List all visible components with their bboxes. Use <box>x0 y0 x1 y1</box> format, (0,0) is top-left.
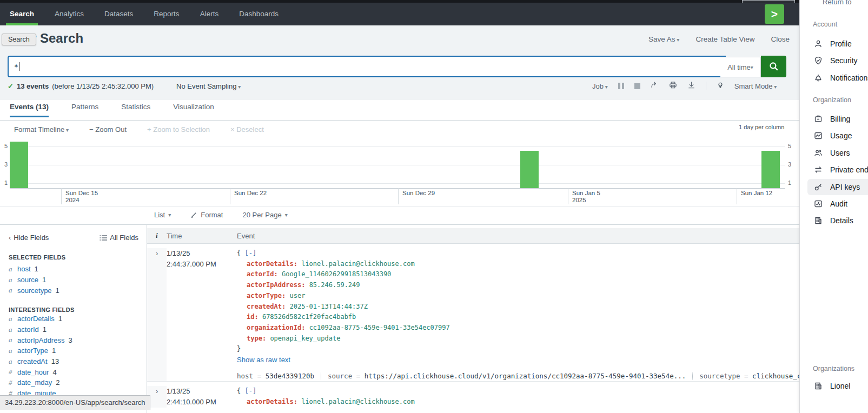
share-icon[interactable] <box>651 81 659 91</box>
field-type-prefix: # <box>9 378 14 387</box>
json-key[interactable]: actorIpAddress <box>247 281 301 289</box>
collapse-toggle[interactable]: [-] <box>244 249 256 257</box>
close-button[interactable]: Close <box>771 35 790 43</box>
panel-item-profile[interactable]: Profile <box>807 36 868 52</box>
panel-item-notifications[interactable]: Notifications <box>807 70 868 86</box>
nav-item-analytics[interactable]: Analytics <box>55 3 84 25</box>
json-key[interactable]: actorId <box>247 270 274 278</box>
nav-item-search[interactable]: Search <box>10 3 34 25</box>
field-row-sourcetype[interactable]: asourcetype1 <box>9 285 138 296</box>
json-open-line: { [-] <box>237 248 799 259</box>
list-view-dropdown[interactable]: List <box>154 211 171 219</box>
smart-mode-dropdown[interactable]: Smart Mode <box>734 82 777 90</box>
json-key[interactable]: actorDetails <box>247 398 294 405</box>
format-timeline-dropdown[interactable]: Format Timeline <box>14 125 69 134</box>
json-key[interactable]: actorType <box>247 292 282 299</box>
stop-icon[interactable] <box>634 83 640 89</box>
table-header: iTimeEvent <box>147 228 799 244</box>
job-dropdown[interactable]: Job <box>592 82 608 90</box>
search-query-text: * <box>14 63 18 71</box>
nav-item-dashboards[interactable]: Dashboards <box>239 3 279 25</box>
panel-item-api-keys[interactable]: API keys <box>807 179 868 195</box>
per-page-dropdown[interactable]: 20 Per Page <box>242 211 287 219</box>
arrows-icon <box>814 165 823 174</box>
field-row-actorIpAddress[interactable]: aactorIpAddress3 <box>9 335 138 345</box>
show-raw-text-link[interactable]: Show as raw text <box>237 355 290 365</box>
panel-item-billing[interactable]: Billing <box>807 111 868 127</box>
panel-item-users[interactable]: Users <box>807 145 868 161</box>
json-value[interactable]: 2025-01-13T14:44:37Z <box>290 303 368 310</box>
field-row-host[interactable]: ahost1 <box>9 264 138 275</box>
json-field-actorDetails: actorDetails: lionel.palacin@clickhouse.… <box>237 259 799 270</box>
nav-item-reports[interactable]: Reports <box>154 3 179 25</box>
json-key[interactable]: id <box>247 313 254 321</box>
zoom-out-button[interactable]: − Zoom Out <box>89 125 127 134</box>
field-row-date_hour[interactable]: #date_hour4 <box>9 367 138 377</box>
meta-source[interactable]: source = https://api.clickhouse.cloud/v1… <box>328 371 686 382</box>
json-value[interactable]: openapi_key_update <box>270 335 340 342</box>
print-icon[interactable] <box>669 81 677 91</box>
search-button[interactable] <box>761 56 786 77</box>
panel-item-usage[interactable]: Usage <box>807 128 868 144</box>
json-close-line: } <box>237 344 799 355</box>
field-row-actorDetails[interactable]: aactorDetails1 <box>9 314 138 324</box>
json-value[interactable]: 85.246.59.249 <box>309 281 360 289</box>
event-sampling-dropdown[interactable]: No Event Sampling <box>176 82 241 90</box>
meta-host[interactable]: host = 53de4339120b <box>237 371 314 382</box>
ytick-left-3: 3 <box>0 161 8 168</box>
json-value[interactable]: 678526d582c1f20fac4babfb <box>262 313 356 321</box>
field-row-date_mday[interactable]: #date_mday2 <box>9 377 138 388</box>
field-count: 1 <box>52 347 56 355</box>
json-key[interactable]: type <box>247 335 262 342</box>
create-table-view-button[interactable]: Create Table View <box>695 35 754 43</box>
json-key[interactable]: createdAt <box>247 303 282 310</box>
pause-icon[interactable] <box>618 83 624 89</box>
splunk-logo-icon[interactable]: > <box>765 4 784 24</box>
json-value[interactable]: lionel.palacin@clickhouse.com <box>301 260 415 268</box>
expand-chevron-icon[interactable]: › <box>147 248 167 381</box>
json-key[interactable]: actorDetails <box>247 260 294 268</box>
json-value[interactable]: cc1092aa-8775-459e-9401-33e54ec07997 <box>309 324 450 331</box>
result-tabs: Events (13)PatternsStatisticsVisualizati… <box>10 103 214 117</box>
tab-visualization[interactable]: Visualization <box>173 103 214 117</box>
event-meta-fields: host = 53de4339120bsource = https://api.… <box>237 371 799 382</box>
tab-events-13-[interactable]: Events (13) <box>10 103 49 117</box>
nav-item-alerts[interactable]: Alerts <box>200 3 219 25</box>
field-row-createdAt[interactable]: acreatedAt13 <box>9 356 138 367</box>
panel-section-account: Account <box>813 21 837 28</box>
panel-section-organization: Organization <box>813 96 851 104</box>
field-row-actorType[interactable]: aactorType1 <box>9 345 138 356</box>
all-fields-link[interactable]: All Fields <box>100 234 138 242</box>
xtick-label-3: Sun Jan 52025 <box>572 190 600 204</box>
format-button[interactable]: Format <box>190 211 223 219</box>
panel-item-lionel[interactable]: Lionel <box>807 378 868 394</box>
json-value[interactable]: user <box>290 292 306 299</box>
field-type-prefix: a <box>9 265 14 274</box>
timeline-bar-0[interactable] <box>10 142 28 188</box>
field-row-actorId[interactable]: aactorId1 <box>9 324 138 335</box>
nav-item-datasets[interactable]: Datasets <box>104 3 133 25</box>
timeline-bar-2[interactable] <box>761 151 780 188</box>
return-link[interactable]: Return to <box>823 0 851 6</box>
panel-item-audit[interactable]: Audit <box>807 196 868 212</box>
tab-statistics[interactable]: Statistics <box>121 103 150 117</box>
save-as-button[interactable]: Save As <box>648 35 679 43</box>
json-value[interactable]: lionel.palacin@clickhouse.com <box>301 398 415 405</box>
timeline-bar-1[interactable] <box>520 151 539 188</box>
panel-item-private-endpoints[interactable]: Private endpoints <box>807 162 868 178</box>
tab-patterns[interactable]: Patterns <box>71 103 98 117</box>
field-name: sourcetype <box>17 287 52 295</box>
events-table: iTimeEvent›1/13/252:44:37.000 PM{ [-]act… <box>147 225 799 413</box>
panel-item-label: Lionel <box>830 382 850 390</box>
panel-item-details[interactable]: Details <box>807 212 868 229</box>
json-key[interactable]: organizationId <box>247 324 301 331</box>
collapse-toggle[interactable]: [-] <box>244 387 256 395</box>
time-range-dropdown[interactable]: All time <box>720 57 761 77</box>
export-icon[interactable] <box>687 81 695 91</box>
panel-item-security[interactable]: Security <box>807 52 868 69</box>
search-input[interactable]: * <box>8 56 726 77</box>
building-icon <box>814 382 823 390</box>
json-value[interactable]: Google_114602629918513043390 <box>282 270 391 278</box>
field-row-source[interactable]: asource1 <box>9 275 138 285</box>
hide-fields-link[interactable]: ‹Hide Fields <box>9 234 49 242</box>
